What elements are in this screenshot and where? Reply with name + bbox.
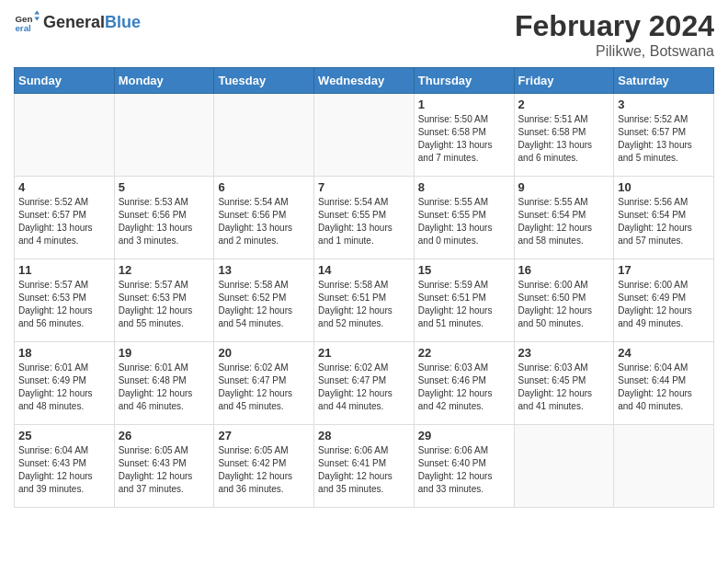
col-sunday: Sunday xyxy=(15,68,115,94)
calendar-cell: 23Sunrise: 6:03 AM Sunset: 6:45 PM Dayli… xyxy=(514,342,614,425)
calendar-cell: 29Sunrise: 6:06 AM Sunset: 6:40 PM Dayli… xyxy=(414,425,514,508)
day-info: Sunrise: 5:59 AM Sunset: 6:51 PM Dayligh… xyxy=(418,279,510,330)
day-number: 7 xyxy=(318,180,410,194)
calendar-cell: 11Sunrise: 5:57 AM Sunset: 6:53 PM Dayli… xyxy=(15,259,115,342)
calendar-cell: 17Sunrise: 6:00 AM Sunset: 6:49 PM Dayli… xyxy=(614,259,714,342)
day-number: 18 xyxy=(18,346,110,360)
day-info: Sunrise: 6:03 AM Sunset: 6:45 PM Dayligh… xyxy=(518,362,610,413)
header-row: Sunday Monday Tuesday Wednesday Thursday… xyxy=(15,68,714,94)
day-number: 13 xyxy=(218,263,310,277)
day-info: Sunrise: 5:53 AM Sunset: 6:56 PM Dayligh… xyxy=(119,196,210,247)
calendar-cell: 15Sunrise: 5:59 AM Sunset: 6:51 PM Dayli… xyxy=(414,259,514,342)
day-info: Sunrise: 6:05 AM Sunset: 6:42 PM Dayligh… xyxy=(218,444,310,496)
col-thursday: Thursday xyxy=(414,68,514,94)
logo: Gen eral GeneralBlue xyxy=(14,9,141,35)
day-info: Sunrise: 6:00 AM Sunset: 6:49 PM Dayligh… xyxy=(618,279,710,330)
day-number: 3 xyxy=(618,98,710,111)
calendar-cell: 24Sunrise: 6:04 AM Sunset: 6:44 PM Dayli… xyxy=(614,342,714,425)
col-friday: Friday xyxy=(514,68,614,94)
day-info: Sunrise: 6:04 AM Sunset: 6:43 PM Dayligh… xyxy=(18,444,110,496)
day-number: 25 xyxy=(18,429,110,442)
day-number: 29 xyxy=(418,429,510,442)
calendar-cell: 7Sunrise: 5:54 AM Sunset: 6:55 PM Daylig… xyxy=(314,177,415,259)
calendar-week-1: 1Sunrise: 5:50 AM Sunset: 6:58 PM Daylig… xyxy=(15,94,714,177)
calendar-cell: 13Sunrise: 5:58 AM Sunset: 6:52 PM Dayli… xyxy=(214,259,314,342)
calendar-cell: 6Sunrise: 5:54 AM Sunset: 6:56 PM Daylig… xyxy=(214,177,314,259)
title-area: February 2024 Pilikwe, Botswana xyxy=(515,9,714,60)
calendar-cell xyxy=(314,94,415,177)
day-info: Sunrise: 5:58 AM Sunset: 6:51 PM Dayligh… xyxy=(318,279,410,330)
col-wednesday: Wednesday xyxy=(314,68,415,94)
day-number: 28 xyxy=(318,429,410,442)
calendar-cell: 26Sunrise: 6:05 AM Sunset: 6:43 PM Dayli… xyxy=(114,425,214,508)
day-info: Sunrise: 6:01 AM Sunset: 6:49 PM Dayligh… xyxy=(18,362,110,413)
day-info: Sunrise: 6:04 AM Sunset: 6:44 PM Dayligh… xyxy=(618,362,710,413)
calendar-cell: 9Sunrise: 5:55 AM Sunset: 6:54 PM Daylig… xyxy=(514,177,614,259)
day-number: 6 xyxy=(218,180,310,194)
day-info: Sunrise: 5:52 AM Sunset: 6:57 PM Dayligh… xyxy=(618,113,710,165)
calendar-body: 1Sunrise: 5:50 AM Sunset: 6:58 PM Daylig… xyxy=(15,94,714,508)
day-number: 5 xyxy=(119,180,210,194)
day-number: 20 xyxy=(218,346,310,360)
day-number: 4 xyxy=(18,180,110,194)
day-number: 23 xyxy=(518,346,610,360)
calendar-week-5: 25Sunrise: 6:04 AM Sunset: 6:43 PM Dayli… xyxy=(15,425,714,508)
day-number: 27 xyxy=(218,429,310,442)
calendar-cell xyxy=(15,94,115,177)
calendar-cell: 25Sunrise: 6:04 AM Sunset: 6:43 PM Dayli… xyxy=(15,425,115,508)
day-number: 17 xyxy=(618,263,710,277)
calendar-cell: 3Sunrise: 5:52 AM Sunset: 6:57 PM Daylig… xyxy=(614,94,714,177)
calendar-table: Sunday Monday Tuesday Wednesday Thursday… xyxy=(14,67,714,508)
day-number: 24 xyxy=(618,346,710,360)
day-number: 1 xyxy=(418,98,510,111)
calendar-cell: 19Sunrise: 6:01 AM Sunset: 6:48 PM Dayli… xyxy=(114,342,214,425)
day-number: 12 xyxy=(119,263,210,277)
day-number: 15 xyxy=(418,263,510,277)
day-info: Sunrise: 6:02 AM Sunset: 6:47 PM Dayligh… xyxy=(218,362,310,413)
calendar-cell: 21Sunrise: 6:02 AM Sunset: 6:47 PM Dayli… xyxy=(314,342,415,425)
svg-marker-2 xyxy=(34,10,40,14)
calendar-cell: 28Sunrise: 6:06 AM Sunset: 6:41 PM Dayli… xyxy=(314,425,415,508)
calendar-week-4: 18Sunrise: 6:01 AM Sunset: 6:49 PM Dayli… xyxy=(15,342,714,425)
day-info: Sunrise: 5:55 AM Sunset: 6:55 PM Dayligh… xyxy=(418,196,510,247)
day-number: 21 xyxy=(318,346,410,360)
calendar-cell: 20Sunrise: 6:02 AM Sunset: 6:47 PM Dayli… xyxy=(214,342,314,425)
day-number: 14 xyxy=(318,263,410,277)
calendar-header: Sunday Monday Tuesday Wednesday Thursday… xyxy=(15,68,714,94)
day-number: 2 xyxy=(518,98,610,111)
col-tuesday: Tuesday xyxy=(214,68,314,94)
day-info: Sunrise: 6:00 AM Sunset: 6:50 PM Dayligh… xyxy=(518,279,610,330)
day-info: Sunrise: 5:55 AM Sunset: 6:54 PM Dayligh… xyxy=(518,196,610,247)
calendar-cell: 16Sunrise: 6:00 AM Sunset: 6:50 PM Dayli… xyxy=(514,259,614,342)
calendar-cell: 8Sunrise: 5:55 AM Sunset: 6:55 PM Daylig… xyxy=(414,177,514,259)
day-number: 26 xyxy=(119,429,210,442)
day-number: 8 xyxy=(418,180,510,194)
day-number: 9 xyxy=(518,180,610,194)
calendar-cell: 5Sunrise: 5:53 AM Sunset: 6:56 PM Daylig… xyxy=(114,177,214,259)
col-saturday: Saturday xyxy=(614,68,714,94)
day-number: 22 xyxy=(418,346,510,360)
logo-icon: Gen eral xyxy=(14,9,40,35)
calendar-cell xyxy=(514,425,614,508)
calendar-week-3: 11Sunrise: 5:57 AM Sunset: 6:53 PM Dayli… xyxy=(15,259,714,342)
subtitle: Pilikwe, Botswana xyxy=(515,43,714,60)
main-title: February 2024 xyxy=(515,9,714,43)
day-info: Sunrise: 5:57 AM Sunset: 6:53 PM Dayligh… xyxy=(119,279,210,330)
day-info: Sunrise: 6:03 AM Sunset: 6:46 PM Dayligh… xyxy=(418,362,510,413)
calendar-cell: 10Sunrise: 5:56 AM Sunset: 6:54 PM Dayli… xyxy=(614,177,714,259)
day-info: Sunrise: 5:57 AM Sunset: 6:53 PM Dayligh… xyxy=(18,279,110,330)
calendar-cell xyxy=(114,94,214,177)
calendar-cell: 22Sunrise: 6:03 AM Sunset: 6:46 PM Dayli… xyxy=(414,342,514,425)
col-monday: Monday xyxy=(114,68,214,94)
logo-text: GeneralBlue xyxy=(43,13,141,32)
calendar-cell xyxy=(214,94,314,177)
logo-general: General xyxy=(43,13,105,31)
calendar-cell: 14Sunrise: 5:58 AM Sunset: 6:51 PM Dayli… xyxy=(314,259,415,342)
svg-text:eral: eral xyxy=(15,23,31,33)
calendar-cell: 27Sunrise: 6:05 AM Sunset: 6:42 PM Dayli… xyxy=(214,425,314,508)
day-number: 19 xyxy=(119,346,210,360)
day-info: Sunrise: 5:52 AM Sunset: 6:57 PM Dayligh… xyxy=(18,196,110,247)
svg-marker-3 xyxy=(34,17,40,20)
day-number: 16 xyxy=(518,263,610,277)
calendar-cell: 12Sunrise: 5:57 AM Sunset: 6:53 PM Dayli… xyxy=(114,259,214,342)
